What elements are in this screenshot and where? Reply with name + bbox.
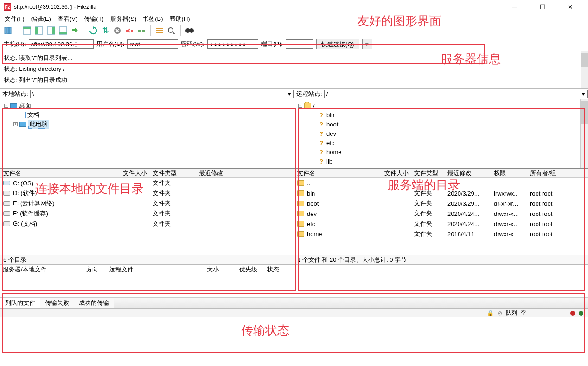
tree-item[interactable]: 桌面 — [19, 101, 31, 110]
maximize-button[interactable]: ☐ — [533, 1, 552, 13]
tree-item-selected[interactable]: 此电脑 — [28, 120, 49, 129]
expander-icon[interactable]: − — [4, 104, 8, 108]
col-filename[interactable]: 文件名 — [0, 169, 116, 177]
remote-site-label: 远程站点: — [296, 90, 322, 98]
toggle-log-icon[interactable] — [22, 25, 32, 36]
col-modified[interactable]: 最近修改 — [196, 169, 294, 177]
process-queue-icon[interactable]: ⇅ — [100, 25, 110, 36]
col-owner[interactable]: 所有者/组 — [527, 169, 588, 177]
compare-icon[interactable] — [166, 25, 177, 36]
filter-icon[interactable] — [154, 25, 165, 36]
file-row[interactable]: etc文件夹2020/4/24...drwxr-x...root root — [294, 219, 588, 229]
tree-item[interactable]: −/ — [296, 101, 586, 110]
col-modified[interactable]: 最近修改 — [445, 169, 491, 177]
col-filetype[interactable]: 文件类型 — [150, 169, 196, 177]
file-row[interactable]: G: (文档)文件夹 — [0, 219, 294, 229]
menu-help[interactable]: 帮助(H) — [170, 15, 190, 23]
expander-icon[interactable]: + — [13, 122, 18, 126]
transfer-list[interactable] — [0, 274, 588, 297]
svg-rect-4 — [23, 27, 31, 29]
menu-edit[interactable]: 编辑(E) — [31, 15, 51, 23]
remote-status: 1 个文件 和 20 个目录。大小总计: 0 字节 — [294, 255, 588, 264]
local-file-header: 文件名 文件大小 文件类型 最近修改 — [0, 169, 294, 178]
col-filesize[interactable]: 文件大小 — [378, 169, 411, 177]
tree-item[interactable]: ?lib — [296, 157, 586, 166]
file-row[interactable]: boot文件夹2020/3/29...dr-xr-xr...root root — [294, 198, 588, 208]
tab-failed[interactable]: 传输失败 — [40, 298, 74, 308]
col-filename[interactable]: 文件名 — [294, 169, 378, 177]
lock-icon: 🔒 — [487, 310, 494, 316]
menu-server[interactable]: 服务器(S) — [110, 15, 136, 23]
local-status: 5 个目录 — [0, 255, 294, 264]
local-path-combo[interactable]: \▾ — [30, 90, 294, 98]
log-line: 状态: 列出"/"的目录成功 — [4, 75, 584, 86]
reconnect-icon[interactable] — [136, 25, 147, 36]
remote-path-combo[interactable]: /▾ — [324, 90, 588, 98]
drive-icon — [3, 191, 10, 196]
window-controls: ─ ☐ ✕ — [505, 1, 584, 13]
menu-bookmarks[interactable]: 书签(B) — [143, 15, 163, 23]
folder-icon — [297, 201, 304, 206]
tree-item[interactable]: ?home — [296, 147, 586, 157]
col-remote-file[interactable]: 远程文件 — [107, 265, 204, 274]
menu-view[interactable]: 查看(V) — [58, 15, 77, 23]
file-row[interactable]: F: (软件缓存)文件夹 — [0, 208, 294, 219]
log-pane[interactable]: 状态: 读取"/"的目录列表... 状态: Listing directory … — [0, 51, 588, 88]
sync-browse-icon[interactable] — [70, 25, 80, 36]
file-row[interactable]: home文件夹2018/4/11drwxr-xroot root — [294, 229, 588, 239]
col-priority[interactable]: 优先级 — [236, 265, 264, 274]
tab-queued[interactable]: 列队的文件 — [0, 298, 40, 308]
tree-item[interactable]: ?dev — [296, 129, 586, 138]
minimize-button[interactable]: ─ — [505, 1, 524, 13]
file-row[interactable]: .. — [294, 178, 588, 188]
expander-icon[interactable]: − — [298, 104, 302, 108]
col-filetype[interactable]: 文件类型 — [411, 169, 445, 177]
col-server-local[interactable]: 服务器/本地文件 — [0, 265, 83, 274]
close-button[interactable]: ✕ — [561, 1, 580, 13]
toggle-queue-icon[interactable] — [58, 25, 68, 36]
password-label: 密码(W): — [181, 40, 205, 48]
port-input[interactable] — [286, 39, 313, 49]
svg-rect-16 — [156, 28, 163, 29]
file-row[interactable]: bin文件夹2020/3/29...lrwxrwx...root root — [294, 188, 588, 198]
file-row[interactable]: dev文件夹2020/4/24...drwxr-x...root root — [294, 208, 588, 219]
remote-tree[interactable]: −/?bin?boot?dev?etc?home?lib — [294, 99, 588, 169]
menu-transfer[interactable]: 传输(T) — [84, 15, 104, 23]
tab-successful[interactable]: 成功的传输 — [74, 298, 114, 308]
remote-file-header: 文件名 文件大小 文件类型 最近修改 权限 所有者/组 — [294, 169, 588, 178]
svg-rect-18 — [156, 32, 163, 33]
refresh-icon[interactable] — [88, 25, 98, 36]
search-icon[interactable] — [185, 25, 195, 36]
remote-tree-scrollbar[interactable] — [580, 99, 588, 168]
toggle-local-tree-icon[interactable] — [34, 25, 44, 36]
log-scrollbar[interactable] — [581, 51, 588, 88]
quick-connect-dropdown[interactable]: ▾ — [362, 39, 372, 49]
site-manager-icon[interactable] — [4, 25, 14, 36]
local-file-list[interactable]: C: (OS)文件夹D: (软件)文件夹E: (云计算网络)文件夹F: (软件缓… — [0, 178, 294, 255]
remote-site-bar: 远程站点: /▾ — [294, 89, 588, 99]
tree-item[interactable]: ?etc — [296, 138, 586, 147]
local-tree[interactable]: −桌面 文档 +此电脑 — [0, 99, 294, 169]
col-size[interactable]: 大小 — [204, 265, 236, 274]
menu-file[interactable]: 文件(F) — [5, 15, 25, 23]
file-row[interactable]: D: (软件)文件夹 — [0, 188, 294, 198]
col-direction[interactable]: 方向 — [83, 265, 107, 274]
tree-item[interactable]: ?boot — [296, 120, 586, 129]
col-permissions[interactable]: 权限 — [491, 169, 527, 177]
quick-connect-button[interactable]: 快速连接(Q) — [316, 39, 359, 49]
tree-item[interactable]: 文档 — [27, 111, 39, 119]
host-input[interactable] — [29, 39, 94, 49]
username-input[interactable] — [127, 39, 178, 49]
title-bar: Fz sftp://root@39.102.36.▯ - FileZilla ─… — [0, 0, 588, 14]
password-input[interactable] — [207, 39, 258, 49]
cancel-icon[interactable] — [112, 25, 122, 36]
file-row[interactable]: E: (云计算网络)文件夹 — [0, 198, 294, 208]
disconnect-icon[interactable] — [124, 25, 134, 36]
col-filesize[interactable]: 文件大小 — [116, 169, 150, 177]
remote-file-list[interactable]: ..bin文件夹2020/3/29...lrwxrwx...root rootb… — [294, 178, 588, 255]
local-pane: 本地站点: \▾ −桌面 文档 +此电脑 文件名 文件大小 文件类型 最近修改 … — [0, 88, 294, 265]
tree-item[interactable]: ?bin — [296, 110, 586, 120]
col-status[interactable]: 状态 — [264, 265, 588, 274]
file-row[interactable]: C: (OS)文件夹 — [0, 178, 294, 188]
toggle-remote-tree-icon[interactable] — [46, 25, 56, 36]
